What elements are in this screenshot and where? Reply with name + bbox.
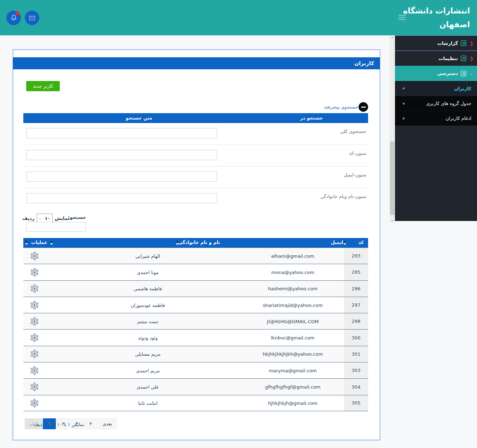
quick-search-label: جستجو: bbox=[68, 215, 86, 220]
cell-name: مریم مسایلی bbox=[135, 351, 161, 357]
chevron-down-icon: ⌄ bbox=[469, 71, 474, 76]
page: انتشارات دانشگاه اصفهان ❮ bbox=[0, 0, 477, 448]
list-icon bbox=[460, 40, 467, 46]
column-header-name[interactable]: نام و نام خانوادگی bbox=[178, 240, 220, 245]
cell-code: 305 bbox=[344, 395, 368, 411]
gear-icon bbox=[29, 283, 40, 294]
row-operations-button[interactable] bbox=[29, 250, 40, 261]
table-row: 293elham@gmail.comالهام شیرانی bbox=[23, 248, 368, 264]
gear-icon bbox=[29, 382, 40, 392]
cell-name: انتانت تاتنا bbox=[138, 400, 158, 406]
sort-icon[interactable] bbox=[50, 240, 53, 245]
email-search-input[interactable] bbox=[27, 171, 217, 182]
row-operations-button[interactable] bbox=[29, 332, 40, 343]
row-operations-button[interactable] bbox=[29, 299, 40, 310]
row-operations-button[interactable] bbox=[29, 382, 40, 392]
row-operations-button[interactable] bbox=[29, 349, 40, 360]
table-row: 300lknbvc@gmail.comوئود ودوئد bbox=[23, 329, 368, 345]
column-header-code[interactable]: کد bbox=[358, 240, 363, 245]
cell-name: فاطمه هاشمی bbox=[134, 286, 162, 291]
sidebar-item-reports[interactable]: ❮ گزارشات bbox=[395, 35, 477, 51]
cell-name: مونا احمدی bbox=[137, 269, 159, 275]
sidebar-item-label: تنظیمات bbox=[438, 56, 458, 61]
collapse-minus-icon[interactable] bbox=[359, 102, 368, 112]
general-search-input[interactable] bbox=[27, 128, 217, 138]
gear-icon bbox=[29, 365, 40, 376]
cell-email: hjhkjhkjh@gmail.com bbox=[268, 400, 318, 406]
list-icon bbox=[460, 70, 467, 77]
search-row-label: ستون-ایمیل bbox=[344, 172, 366, 178]
cell-name: الهام شیرانی bbox=[135, 253, 160, 258]
quick-search-input[interactable] bbox=[26, 222, 86, 232]
new-user-button[interactable]: کاربر جدید bbox=[26, 81, 60, 91]
table-row: 297shariatimajid@yahoo.comفاطمه عودسوزان bbox=[23, 297, 368, 313]
cell-code: 295 bbox=[344, 264, 368, 280]
code-search-input[interactable] bbox=[27, 150, 217, 160]
name-search-input[interactable] bbox=[27, 193, 217, 203]
cell-name: فاطمه عودسوزان bbox=[131, 302, 165, 308]
row-operations-button[interactable] bbox=[29, 397, 40, 408]
cell-code: 303 bbox=[344, 362, 368, 378]
sidebar-subitem-merge-users[interactable]: ادغام کاربران bbox=[395, 111, 477, 126]
advanced-search-label[interactable]: جستجوی پیشرفته bbox=[324, 104, 358, 110]
row-operations-button[interactable] bbox=[29, 283, 40, 294]
hamburger-icon[interactable] bbox=[399, 15, 406, 21]
users-table-header: کد ایمیل نام و نام خانوادگی عملیات bbox=[23, 238, 368, 248]
chevron-left-icon: ❮ bbox=[469, 56, 474, 61]
cell-code: 297 bbox=[344, 297, 368, 313]
bullet-icon bbox=[403, 103, 405, 104]
scroll-down-icon[interactable]: ⌄ bbox=[390, 218, 395, 222]
sidebar-item-label: گزارشات bbox=[437, 41, 458, 46]
bullet-icon bbox=[403, 117, 405, 119]
sidebar-subitem-label: جدول گروه های کاربری bbox=[426, 101, 471, 106]
pagination-next-button[interactable]: بعدی bbox=[98, 418, 117, 429]
app-title-line1: انتشارات دانشگاه bbox=[403, 4, 470, 18]
sidebar-item-access[interactable]: ⌄ دسترسی bbox=[395, 66, 477, 81]
scroll-up-icon[interactable]: ⌃ bbox=[390, 36, 395, 40]
gear-icon bbox=[29, 267, 40, 278]
sidebar-item-settings[interactable]: ❮ تنظیمات bbox=[395, 51, 477, 66]
cell-email: shariatimajid@yahoo.com bbox=[263, 302, 322, 308]
bell-icon bbox=[10, 14, 18, 22]
search-row-label: ستون-نام ونام خانوادگی bbox=[320, 194, 366, 199]
page-title: کاربران bbox=[354, 60, 374, 66]
sort-icon[interactable] bbox=[25, 240, 28, 245]
table-row: 304gfhgfhgfhgf@gmail.comعلی احمدی bbox=[23, 378, 368, 395]
cell-code: 298 bbox=[344, 313, 368, 329]
sort-icon[interactable] bbox=[343, 240, 346, 245]
bullet-icon bbox=[403, 88, 405, 89]
search-row-general: جستجوی کلی bbox=[23, 123, 368, 145]
column-header-search-text: متن جستجو bbox=[126, 115, 152, 121]
gear-icon bbox=[29, 316, 40, 327]
row-operations-button[interactable] bbox=[29, 267, 40, 278]
column-header-email[interactable]: ایمیل bbox=[331, 240, 343, 245]
cell-email: lknbvc@gmail.com bbox=[271, 335, 314, 341]
search-row-name: ستون-نام ونام خانوادگی bbox=[23, 188, 368, 209]
sidebar-item-label: دسترسی bbox=[437, 71, 458, 76]
table-row: 303maryma@gmail.comمریم احمدی bbox=[23, 362, 368, 378]
cell-email: mona@yahoo.com bbox=[271, 269, 314, 275]
pagination-page-button[interactable]: ۴ bbox=[84, 418, 97, 429]
users-table-body: 293elham@gmail.comالهام شیرانی295mona@ya… bbox=[23, 248, 368, 411]
advanced-search-toggle[interactable]: جستجوی پیشرفته bbox=[324, 102, 368, 112]
inbox-icon bbox=[28, 14, 36, 22]
notifications-button[interactable] bbox=[6, 11, 21, 25]
scrollbar-thumb[interactable] bbox=[390, 141, 395, 215]
gear-icon bbox=[29, 250, 40, 261]
messages-button[interactable] bbox=[25, 11, 39, 25]
advanced-search-header: جستجو در متن جستجو bbox=[23, 113, 368, 123]
column-header-operations[interactable]: عملیات bbox=[31, 240, 47, 245]
cell-name: وئود ودوئد bbox=[138, 335, 157, 341]
cell-email: maryma@gmail.com bbox=[269, 368, 316, 373]
column-header-search-in: جستجو در bbox=[300, 115, 323, 121]
sidebar-subitem-users[interactable]: کاربران bbox=[395, 81, 477, 96]
app-title-line2: اصفهان bbox=[403, 18, 470, 31]
row-operations-button[interactable] bbox=[29, 365, 40, 376]
sidebar-subitem-user-groups[interactable]: جدول گروه های کاربری bbox=[395, 96, 477, 111]
cell-code: 293 bbox=[344, 248, 368, 264]
scrollbar[interactable]: ⌃ ⌄ bbox=[390, 35, 395, 223]
table-row: 296hashemi@yahoo.comفاطمه هاشمی bbox=[23, 280, 368, 297]
cell-name: مریم احمدی bbox=[136, 368, 160, 373]
sidebar: ❮ گزارشات ❮ تنظیمات ⌄ دسترس bbox=[395, 35, 477, 221]
row-operations-button[interactable] bbox=[29, 316, 40, 327]
